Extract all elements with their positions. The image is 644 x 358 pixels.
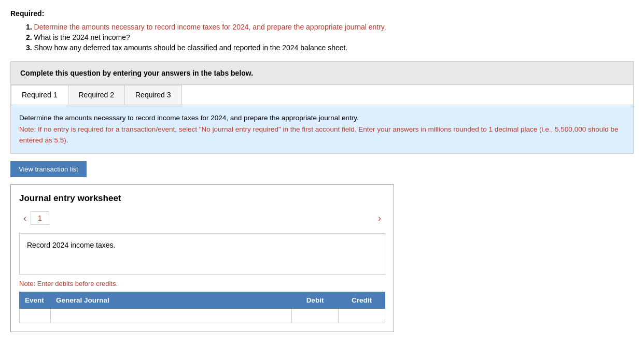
required-item-3: 3. Show how any deferred tax amounts sho…: [26, 44, 634, 52]
debit-input[interactable]: [297, 312, 333, 320]
general-journal-input[interactable]: [56, 312, 286, 320]
required-item-1: 1. Determine the amounts necessary to re…: [26, 23, 634, 31]
worksheet-note: Note: Enter debits before credits.: [19, 280, 385, 288]
col-header-credit: Credit: [339, 292, 385, 308]
tabs-container: Required 1 Required 2 Required 3 Determi…: [10, 85, 634, 154]
item3-text: Show how any deferred tax amounts should…: [34, 44, 348, 52]
journal-entry-worksheet: Journal entry worksheet ‹ 1 › Record 202…: [10, 184, 394, 332]
worksheet-title: Journal entry worksheet: [19, 193, 385, 204]
tab-required1[interactable]: Required 1: [11, 85, 68, 105]
item2-text: What is the 2024 net income?: [34, 33, 130, 41]
item1-number: 1.: [26, 23, 32, 31]
tab-required2[interactable]: Required 2: [68, 85, 125, 105]
col-header-event: Event: [20, 292, 51, 308]
view-transaction-button[interactable]: View transaction list: [10, 161, 87, 177]
worksheet-description: Record 2024 income taxes.: [19, 233, 385, 275]
table-row: [20, 308, 385, 323]
item3-number: 3.: [26, 44, 32, 52]
required-list: 1. Determine the amounts necessary to re…: [26, 23, 634, 52]
credit-cell[interactable]: [339, 308, 385, 323]
page-number-box: 1: [31, 211, 49, 225]
nav-row: ‹ 1 ›: [19, 211, 385, 226]
prev-arrow[interactable]: ‹: [19, 211, 31, 226]
instruction-box: Complete this question by entering your …: [10, 61, 634, 85]
tab-required3[interactable]: Required 3: [124, 85, 182, 105]
required-item-2: 2. What is the 2024 net income?: [26, 33, 634, 41]
journal-table: Event General Journal Debit Credit: [19, 292, 385, 323]
event-cell: [20, 308, 51, 323]
col-header-general-journal: General Journal: [51, 292, 292, 308]
tab-content-area: Determine the amounts necessary to recor…: [11, 105, 633, 153]
col-header-debit: Debit: [292, 292, 339, 308]
item1-text-red: Determine the amounts necessary to recor…: [34, 23, 386, 31]
instruction-text: Complete this question by entering your …: [20, 69, 253, 77]
tab-content-black: Determine the amounts necessary to recor…: [19, 114, 359, 122]
debit-cell[interactable]: [292, 308, 339, 323]
tabs-header: Required 1 Required 2 Required 3: [11, 85, 633, 105]
tab-content-red: Note: If no entry is required for a tran…: [19, 125, 618, 145]
credit-input[interactable]: [344, 312, 380, 320]
general-journal-cell[interactable]: [51, 308, 292, 323]
item2-number: 2.: [26, 33, 32, 41]
required-heading: Required:: [10, 9, 634, 18]
next-arrow[interactable]: ›: [374, 211, 385, 226]
